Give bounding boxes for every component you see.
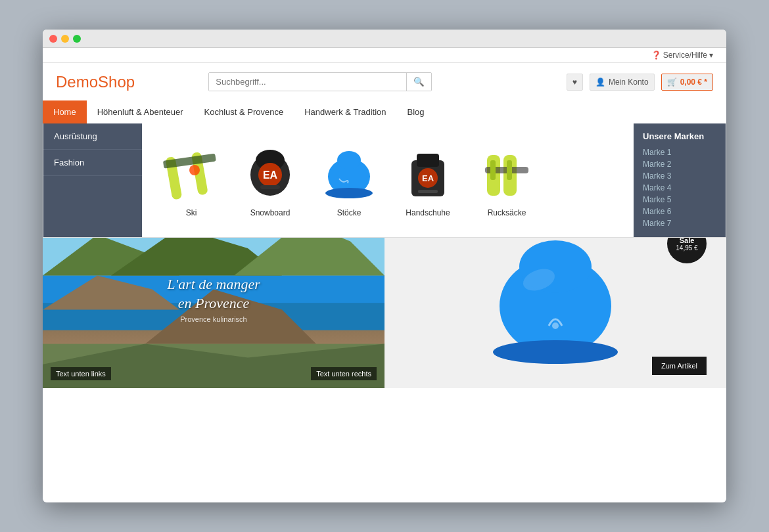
brand-3[interactable]: Marke 3 — [643, 170, 716, 182]
snowboard-image: EA — [237, 144, 303, 203]
stoecke-label: Stöcke — [337, 208, 361, 217]
svg-rect-13 — [417, 154, 439, 167]
brand-7[interactable]: Marke 7 — [643, 217, 716, 229]
ski-label: Ski — [186, 208, 197, 217]
svg-text:EA: EA — [263, 169, 278, 181]
account-icon: 👤 — [595, 78, 605, 87]
banner-script-line2: en Provence — [167, 294, 260, 313]
nav-item-blog[interactable]: Blog — [396, 100, 434, 123]
handschuhe-image: EA — [395, 144, 461, 203]
mega-product-snowboard[interactable]: EA Snowboard — [234, 144, 306, 217]
nav-item-handwerk[interactable]: Handwerk & Tradition — [294, 100, 396, 123]
shop-container: ❓ Service/Hilfe ▾ DemoShop 🔍 ♥ — [43, 48, 726, 388]
search-button[interactable]: 🔍 — [406, 73, 431, 91]
svg-text:EA: EA — [422, 173, 434, 183]
top-bar: ❓ Service/Hilfe ▾ — [43, 48, 726, 63]
svg-point-11 — [337, 151, 361, 169]
svg-rect-21 — [507, 160, 512, 180]
brand-1[interactable]: Marke 1 — [643, 146, 716, 158]
browser-window: ❓ Service/Hilfe ▾ DemoShop 🔍 ♥ — [43, 30, 726, 502]
maximize-button[interactable] — [73, 35, 81, 43]
banner-bottom-right: Text unten rechts — [311, 367, 377, 380]
nav-item-kochlust[interactable]: Kochlust & Provence — [194, 100, 294, 123]
account-label: Mein Konto — [609, 78, 649, 87]
mega-right-brands: Unsere Marken Marke 1 Marke 2 Marke 3 Ma… — [634, 123, 726, 237]
brand-2[interactable]: Marke 2 — [643, 158, 716, 170]
logo[interactable]: DemoShop — [56, 73, 135, 91]
snowboard-label: Snowboard — [250, 208, 291, 217]
logo-shop: Shop — [98, 73, 135, 91]
search-bar: 🔍 — [208, 72, 432, 91]
cart-button[interactable]: 🛒 0,00 € * — [661, 74, 713, 91]
search-input[interactable] — [209, 73, 406, 91]
mega-product-handschuhe[interactable]: EA Handschuhe — [392, 144, 464, 217]
banner-script-line1: L'art de manger — [167, 275, 260, 294]
mega-left-item-fashion[interactable]: Fashion — [43, 150, 142, 176]
brand-4[interactable]: Marke 4 — [643, 182, 716, 194]
search-icon: 🔍 — [413, 77, 425, 87]
svg-point-10 — [325, 188, 373, 198]
titlebar — [43, 30, 726, 48]
banner-center-text: L'art de manger en Provence Provence kul… — [167, 275, 260, 323]
cart-icon: 🛒 — [667, 78, 677, 87]
mega-product-rucksaecke[interactable]: Rucksäcke — [471, 144, 543, 217]
mega-left-sidebar: Ausrüstung Fashion — [43, 123, 142, 237]
close-button[interactable] — [49, 35, 57, 43]
question-icon: ❓ — [651, 51, 661, 60]
mega-dropdown: Ausrüstung Fashion — [43, 123, 726, 238]
chevron-down-icon: ▾ — [709, 51, 713, 60]
mega-left-item-ausruestung[interactable]: Ausrüstung — [43, 123, 142, 150]
mega-center-products: Ski EA — [142, 123, 634, 237]
brands-title: Unsere Marken — [643, 131, 716, 141]
hat-svg — [483, 234, 628, 365]
svg-rect-16 — [418, 190, 438, 193]
zum-artikel-button[interactable]: Zum Artikel — [652, 357, 707, 375]
svg-point-34 — [493, 340, 618, 364]
banner-text-bottom: Text unten links Text unten rechts — [51, 367, 377, 380]
brand-5[interactable]: Marke 5 — [643, 194, 716, 206]
rucksaecke-image — [474, 144, 540, 203]
svg-point-3 — [189, 165, 200, 175]
heart-icon: ♥ — [572, 78, 577, 87]
header: DemoShop 🔍 ♥ 👤 Mein Konto 🛒 0,00 € — [43, 63, 726, 100]
sale-price: 14,95 € — [676, 244, 697, 252]
banner-bottom-left: Text unten links — [51, 367, 111, 380]
svg-rect-8 — [260, 185, 280, 189]
nav-item-home[interactable]: Home — [43, 100, 87, 123]
main-nav: Home Höhenluft & Abenteuer Kochlust & Pr… — [43, 100, 726, 125]
stoecke-image — [316, 144, 382, 203]
logo-demo: Demo — [56, 73, 98, 91]
wishlist-button[interactable]: ♥ — [567, 74, 583, 91]
svg-rect-2 — [163, 153, 216, 168]
banner-subtext: Provence kulinarisch — [167, 316, 260, 324]
ski-image — [158, 144, 224, 203]
account-button[interactable]: 👤 Mein Konto — [590, 74, 655, 91]
service-link[interactable]: ❓ Service/Hilfe ▾ — [651, 51, 713, 60]
brand-6[interactable]: Marke 6 — [643, 206, 716, 217]
header-actions: ♥ 👤 Mein Konto 🛒 0,00 € * — [567, 74, 713, 91]
traffic-lights — [49, 35, 81, 43]
handschuhe-label: Handschuhe — [406, 208, 450, 217]
mega-product-ski[interactable]: Ski — [155, 144, 227, 217]
minimize-button[interactable] — [61, 35, 69, 43]
cart-price: 0,00 € * — [680, 78, 707, 87]
nav-item-hoehenluft[interactable]: Höhenluft & Abenteuer — [87, 100, 194, 123]
mega-product-stoecke[interactable]: Stöcke — [313, 144, 385, 217]
service-label: Service/Hilfe — [663, 51, 707, 60]
rucksaecke-label: Rucksäcke — [488, 208, 526, 217]
svg-rect-20 — [490, 160, 496, 180]
svg-point-36 — [552, 322, 559, 329]
